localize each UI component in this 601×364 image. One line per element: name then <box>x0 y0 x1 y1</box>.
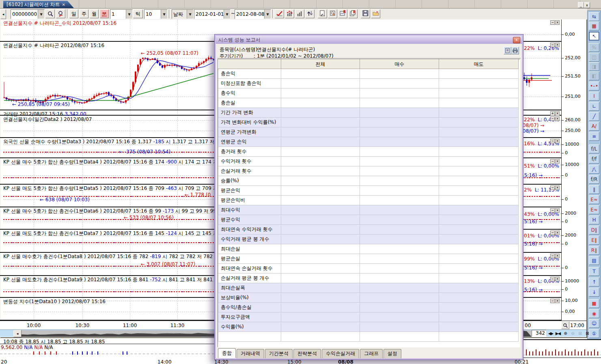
minute-count-combo[interactable]: 1▼ <box>110 9 133 19</box>
signal-bars-button[interactable] <box>285 9 294 18</box>
panel-close-button[interactable]: × <box>555 299 560 303</box>
save-button[interactable] <box>361 9 370 18</box>
arrow-up-icon[interactable]: ↑ <box>589 278 599 286</box>
panel-close-button[interactable]: × <box>555 139 560 143</box>
pattern-r-icon[interactable]: R∥ <box>589 246 599 255</box>
dialog-close-button[interactable]: x <box>513 37 520 43</box>
panel-close-button[interactable]: × <box>555 159 560 164</box>
shrink-bars-button[interactable]: ▶◀ <box>554 330 561 336</box>
panel-minimize-button[interactable]: + <box>550 111 555 116</box>
chevron-down-icon[interactable]: ▼ <box>161 10 167 19</box>
open-folder-button[interactable] <box>371 9 380 18</box>
dialog-tab-수익손실거래[interactable]: 수익손실거래 <box>322 349 359 358</box>
dialog-tab-기간분석[interactable]: 기간분석 <box>265 349 293 358</box>
tick-count-combo[interactable]: 10▼ <box>144 9 168 19</box>
panel-close-button[interactable]: × <box>555 185 560 190</box>
window-minimize-button[interactable]: _ <box>578 2 584 8</box>
chevron-down-icon[interactable]: ▼ <box>224 10 230 19</box>
dialog-tab-거래내역[interactable]: 거래내역 <box>237 349 264 358</box>
arrow-down-icon[interactable]: ↓ <box>589 288 599 297</box>
bars-button[interactable] <box>295 9 304 18</box>
vertical-line-icon[interactable]: I <box>589 92 599 101</box>
date-from-combo[interactable]: 2012-01-01▼ <box>194 9 230 19</box>
fib-fan-icon[interactable]: f/f <box>589 155 599 164</box>
mini-chart-icon[interactable]: ◧ <box>589 71 599 80</box>
dialog-tab-종합[interactable]: 종합 <box>218 348 236 358</box>
overview-left-arrow-button[interactable]: ◂ <box>13 330 22 337</box>
doc-search-button[interactable]: R <box>328 9 337 18</box>
panel-minimize-button[interactable]: − <box>550 230 555 235</box>
panel-minimize-button[interactable]: − <box>550 254 555 258</box>
elliott-wave2-icon[interactable]: E≈ <box>589 205 599 214</box>
toolbar-nav-left-button[interactable]: ◂ <box>0 9 6 19</box>
period-month-button[interactable]: 월 <box>90 9 99 18</box>
hilo-icon[interactable]: H <box>589 215 599 224</box>
zoom-history-button[interactable] <box>56 9 65 18</box>
multi-report-button[interactable]: R <box>348 9 358 18</box>
panel-close-button[interactable]: × <box>555 277 560 281</box>
panel-close-button[interactable]: × <box>555 254 560 258</box>
hlines-icon[interactable]: ≡ <box>589 132 599 141</box>
ray-line-icon[interactable]: ╱ <box>589 112 599 121</box>
period-day-button[interactable]: 일 <box>69 9 78 18</box>
panel-minimize-button[interactable]: − <box>550 20 555 25</box>
zoom-in-button[interactable]: ⊕ <box>562 330 569 336</box>
chevron-down-icon[interactable]: ▼ <box>187 10 193 19</box>
fan-lines-icon[interactable]: 八 <box>589 165 599 174</box>
dialog-copy-button[interactable] <box>504 47 511 54</box>
trend-line-icon[interactable]: •–• <box>589 82 599 90</box>
panel-close-button[interactable]: × <box>555 116 560 121</box>
report-doc-button[interactable] <box>318 9 327 18</box>
pattern-d-icon[interactable]: D∥ <box>589 226 599 235</box>
dialog-print-button[interactable] <box>511 47 519 54</box>
period-minute-button[interactable]: 분 <box>100 9 109 18</box>
symbol-combo[interactable]: 00000000▼ <box>11 9 45 19</box>
region-report-button[interactable]: R <box>338 9 347 18</box>
expand-bars-button[interactable]: ◀▶ <box>547 330 554 336</box>
panel-close-button[interactable]: × <box>555 43 560 47</box>
elliott-wave-icon[interactable]: E≈ <box>589 195 599 204</box>
fib-lines-icon[interactable]: f/L <box>589 144 599 153</box>
tick-button[interactable]: 틱 <box>133 9 143 18</box>
panel-minimize-button[interactable]: − <box>550 299 555 303</box>
period-week-button[interactable]: 주 <box>80 9 88 18</box>
panel-minimize-button[interactable]: − <box>550 159 555 164</box>
window-close-button[interactable]: x <box>584 2 590 8</box>
date-mode-combo[interactable]: 날짜▼ <box>172 9 194 19</box>
panel-close-button[interactable]: × <box>555 111 560 116</box>
smiley-marker-icon[interactable]: ☺ <box>589 319 599 328</box>
text-t-icon[interactable]: T <box>589 267 599 276</box>
pattern-e-icon[interactable]: E∥ <box>589 236 599 245</box>
circle-marker-icon[interactable]: ◉ <box>589 309 599 318</box>
tab-close-icon[interactable]: ✕ <box>62 2 65 7</box>
hand-chart-icon[interactable]: ◫ <box>589 53 599 62</box>
cursor-icon[interactable]: ↖ <box>589 32 599 41</box>
signal-check-button[interactable] <box>275 9 284 18</box>
angle-line-icon[interactable]: ∟ <box>589 102 599 111</box>
dialog-tab-그래프[interactable]: 그래프 <box>360 349 383 358</box>
panel-minimize-button[interactable]: − <box>550 139 555 143</box>
percent-tool-icon[interactable]: % <box>589 43 599 52</box>
refresh-swap-icon[interactable]: ⇆ <box>589 12 599 21</box>
chevron-down-icon[interactable]: ▼ <box>126 10 132 19</box>
chevron-down-icon[interactable]: ▼ <box>264 10 271 19</box>
dialog-tab-설정[interactable]: 설정 <box>383 349 401 358</box>
square-marker-icon[interactable]: ■ <box>589 299 599 308</box>
sort-updown-button[interactable] <box>305 9 315 18</box>
parallel-lines-icon[interactable]: ∥ <box>589 185 599 194</box>
fib-retr-icon[interactable]: f/R <box>589 175 599 184</box>
hand-chart2-icon[interactable]: ◨ <box>589 62 599 71</box>
panel-minimize-button[interactable]: − <box>550 277 555 281</box>
panel-minimize-button[interactable]: − <box>550 116 555 121</box>
quote-box-icon[interactable]: ▤ <box>589 256 599 265</box>
zoom-button[interactable] <box>45 9 55 18</box>
axis-zoom-button[interactable] <box>561 321 569 329</box>
panel-close-button[interactable]: × <box>555 230 560 235</box>
dialog-titlebar[interactable]: 시스템 성능 보고서 <box>216 36 522 44</box>
chart-tab[interactable]: [6102] 시뮬레이션 차트 ✕ <box>3 1 74 8</box>
dialog-tab-전략분석[interactable]: 전략분석 <box>293 349 321 358</box>
date-to-combo[interactable]: 2012-08-08▼ <box>235 9 271 19</box>
panel-minimize-button[interactable]: − <box>550 43 555 47</box>
panel-close-button[interactable]: × <box>555 208 560 213</box>
text-note-icon[interactable]: A/ <box>589 122 599 131</box>
